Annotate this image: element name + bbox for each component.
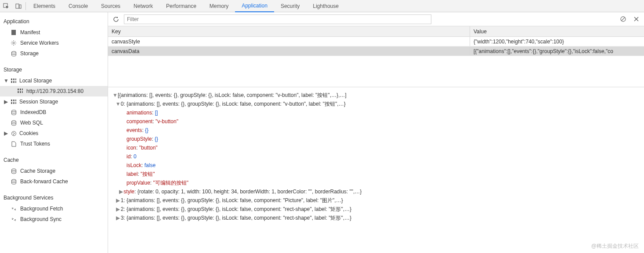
- section-background: Background Services: [0, 191, 108, 203]
- svg-point-6: [11, 110, 16, 112]
- viewer-line[interactable]: groupStyle: {}: [112, 135, 640, 143]
- label: Cookies: [19, 130, 38, 136]
- sidebar-item[interactable]: Trust Tokens: [0, 139, 108, 149]
- doc-icon: [11, 141, 17, 147]
- label: Background Fetch: [20, 206, 63, 212]
- tab-memory[interactable]: Memory: [203, 0, 235, 12]
- svg-point-13: [11, 179, 16, 181]
- svg-point-7: [11, 121, 16, 122]
- col-value[interactable]: Value: [470, 26, 644, 36]
- sidebar-item[interactable]: Cache Storage: [0, 166, 108, 176]
- sidebar-item[interactable]: Web SQL: [0, 118, 108, 128]
- viewer-line[interactable]: label: "按钮": [112, 170, 640, 178]
- label: Back-forward Cache: [20, 178, 68, 185]
- section-application: Application: [0, 15, 108, 27]
- block-icon[interactable]: [618, 14, 628, 25]
- sidebar-item[interactable]: Background Sync: [0, 214, 108, 224]
- tab-performance[interactable]: Performance: [159, 0, 203, 12]
- sidebar-item[interactable]: ▶Cookies: [0, 128, 108, 139]
- svg-point-9: [13, 132, 14, 133]
- label: Service Workers: [20, 40, 59, 46]
- close-icon[interactable]: [631, 14, 641, 25]
- local-storage-node[interactable]: ▼Local Storage: [0, 75, 108, 86]
- cell-value: {"width":1200,"height":740,"scale":100}: [470, 37, 644, 46]
- svg-rect-1: [16, 4, 19, 8]
- table-row[interactable]: canvasData[{"animations":[],"events":{},…: [108, 46, 644, 56]
- label: Session Storage: [19, 99, 58, 105]
- svg-point-4: [13, 42, 14, 44]
- svg-rect-2: [19, 5, 21, 8]
- tab-network[interactable]: Network: [127, 0, 159, 12]
- db-icon: [11, 179, 17, 185]
- cell-value: [{"animations":[],"events":{},"groupStyl…: [470, 46, 644, 56]
- tab-console[interactable]: Console: [62, 0, 94, 12]
- svg-line-15: [621, 18, 625, 21]
- viewer-line[interactable]: ▼[{animations: [], events: {}, groupStyl…: [112, 91, 640, 100]
- table-row[interactable]: canvasStyle{"width":1200,"height":740,"s…: [108, 37, 644, 46]
- refresh-icon[interactable]: [111, 14, 121, 25]
- col-key[interactable]: Key: [108, 26, 470, 36]
- tab-application[interactable]: Application: [235, 0, 274, 12]
- watermark: @稀土掘金技术社区: [591, 242, 639, 250]
- sidebar: Application ManifestService WorkersStora…: [0, 12, 108, 253]
- viewer-line[interactable]: ▶2: {animations: [], events: {}, groupSt…: [112, 205, 640, 214]
- tab-sources[interactable]: Sources: [94, 0, 127, 12]
- inspect-icon[interactable]: [0, 3, 12, 9]
- viewer-line[interactable]: ▼0: {animations: [], events: {}, groupSt…: [112, 100, 640, 108]
- sync-icon: [11, 217, 17, 222]
- viewer-line[interactable]: ▶3: {animations: [], events: {}, groupSt…: [112, 214, 640, 222]
- viewer-line[interactable]: component: "v-button": [112, 117, 640, 126]
- viewer-line[interactable]: isLock: false: [112, 161, 640, 170]
- label: Trust Tokens: [20, 141, 50, 147]
- sidebar-item[interactable]: Back-forward Cache: [0, 176, 108, 187]
- filter-input[interactable]: [124, 14, 431, 24]
- svg-point-10: [14, 133, 15, 134]
- viewer-line[interactable]: events: {}: [112, 126, 640, 135]
- tab-lighthouse[interactable]: Lighthouse: [306, 0, 345, 12]
- viewer-line[interactable]: ▶style: {rotate: 0, opacity: 1, width: 1…: [112, 187, 640, 196]
- label: Web SQL: [20, 120, 43, 126]
- viewer-line[interactable]: propValue: "可编辑的按钮": [112, 178, 640, 187]
- db-icon: [11, 120, 17, 126]
- cell-key: canvasStyle: [108, 37, 470, 46]
- session-storage-node[interactable]: ▶Session Storage: [0, 96, 108, 107]
- sidebar-item[interactable]: Storage: [0, 48, 108, 59]
- sidebar-item[interactable]: Background Fetch: [0, 203, 108, 214]
- svg-point-11: [13, 134, 14, 135]
- section-storage: Storage: [0, 63, 108, 75]
- value-viewer[interactable]: ▼[{animations: [], events: {}, groupStyl…: [108, 87, 644, 253]
- db-icon: [11, 51, 17, 57]
- label: Local Storage: [19, 78, 52, 84]
- label: http://120.79.203.154:80: [26, 88, 83, 94]
- table-header: Key Value: [108, 26, 644, 37]
- label: Background Sync: [20, 216, 62, 222]
- device-icon[interactable]: [12, 3, 25, 9]
- svg-point-8: [11, 131, 16, 135]
- cell-key: canvasData: [108, 46, 470, 56]
- sidebar-item[interactable]: Service Workers: [0, 38, 108, 48]
- cookie-icon: [11, 131, 17, 136]
- svg-rect-3: [11, 30, 16, 35]
- db-icon: [11, 168, 17, 174]
- label: Manifest: [20, 29, 40, 36]
- label: Storage: [20, 50, 39, 57]
- viewer-line[interactable]: icon: "button": [112, 143, 640, 152]
- label: IndexedDB: [20, 109, 46, 115]
- devtools-tabs: ElementsConsoleSourcesNetworkPerformance…: [0, 0, 644, 12]
- viewer-line[interactable]: animations: []: [112, 108, 640, 117]
- svg-point-12: [11, 169, 16, 171]
- separator: [25, 2, 26, 10]
- tab-security[interactable]: Security: [274, 0, 306, 12]
- viewer-line[interactable]: ▶1: {animations: [], events: {}, groupSt…: [112, 196, 640, 205]
- db-icon: [11, 110, 17, 115]
- toolbar: [108, 12, 644, 26]
- sidebar-item[interactable]: Manifest: [0, 27, 108, 38]
- gear-icon: [11, 40, 17, 46]
- svg-point-5: [11, 51, 16, 53]
- viewer-line[interactable]: id: 0: [112, 152, 640, 161]
- section-cache: Cache: [0, 153, 108, 166]
- tab-elements[interactable]: Elements: [27, 0, 62, 12]
- sidebar-item[interactable]: IndexedDB: [0, 107, 108, 118]
- label: Cache Storage: [20, 168, 55, 174]
- local-storage-origin[interactable]: http://120.79.203.154:80: [0, 86, 108, 96]
